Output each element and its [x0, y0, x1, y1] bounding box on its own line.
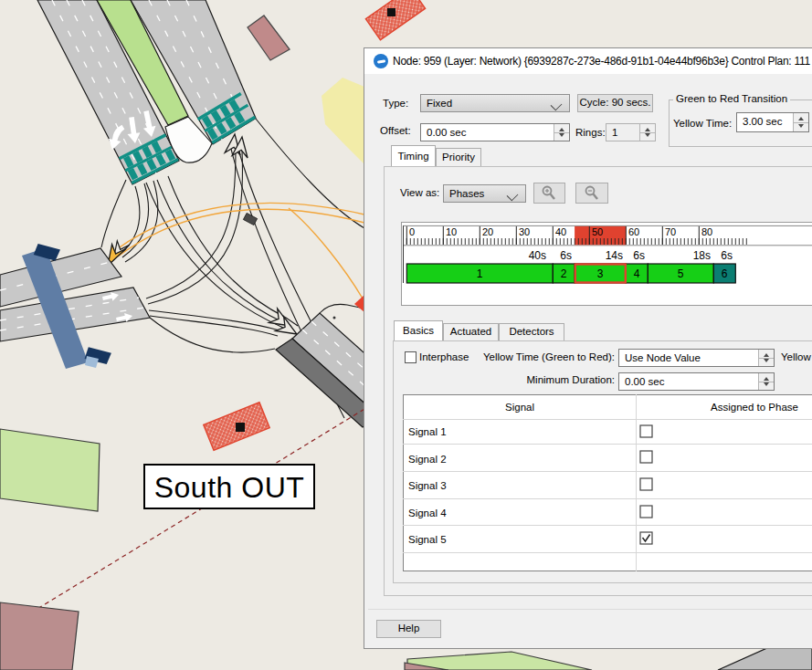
svg-text:Signal 4: Signal 4 [408, 508, 447, 518]
svg-text:18s: 18s [693, 249, 711, 262]
svg-text:40s: 40s [529, 249, 546, 262]
svg-text:0: 0 [409, 226, 415, 237]
svg-text:70: 70 [665, 226, 676, 237]
svg-text:4: 4 [634, 267, 640, 280]
svg-text:60: 60 [628, 226, 639, 237]
svg-text:2: 2 [561, 267, 567, 280]
svg-text:5: 5 [678, 267, 684, 280]
svg-text:20: 20 [482, 226, 493, 237]
svg-text:14s: 14s [606, 249, 623, 262]
svg-text:Signal 3: Signal 3 [408, 480, 447, 491]
svg-text:Assigned to Phase: Assigned to Phase [711, 402, 798, 413]
svg-text:1: 1 [477, 267, 483, 280]
svg-text:Signal 2: Signal 2 [408, 454, 447, 465]
svg-text:6: 6 [722, 267, 728, 280]
svg-text:10: 10 [446, 226, 457, 237]
svg-text:30: 30 [519, 226, 530, 237]
svg-text:6s: 6s [721, 249, 733, 262]
svg-text:40: 40 [555, 226, 566, 237]
svg-text:6s: 6s [633, 249, 645, 262]
svg-text:Signal 5: Signal 5 [408, 534, 447, 545]
svg-text:South OUT: South OUT [154, 471, 305, 504]
svg-text:6s: 6s [560, 249, 572, 262]
svg-text:3: 3 [597, 267, 604, 280]
svg-text:Signal 1: Signal 1 [408, 426, 447, 437]
svg-text:Signal: Signal [505, 402, 534, 413]
svg-text:50: 50 [592, 226, 603, 237]
svg-text:80: 80 [701, 226, 712, 237]
